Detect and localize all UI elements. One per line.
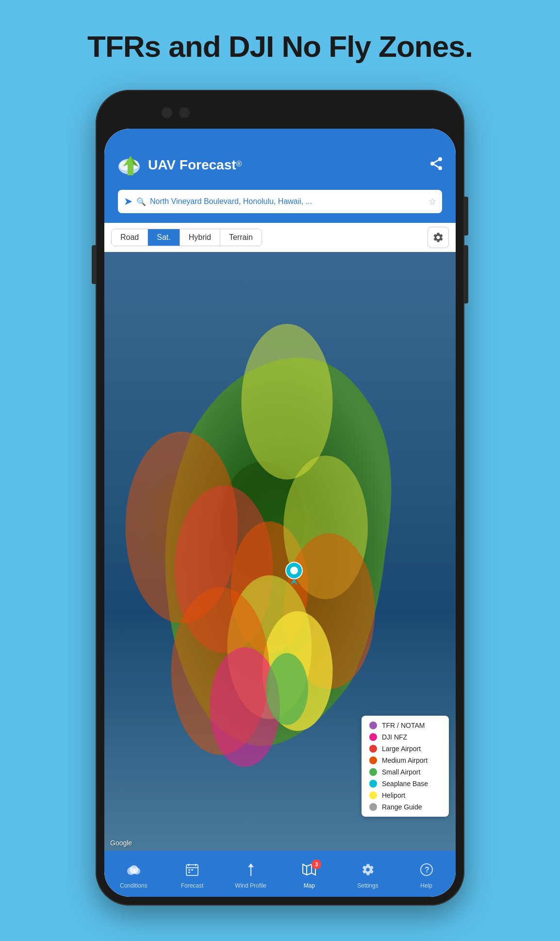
location-arrow-icon: ➤ (124, 195, 132, 208)
phone-screen: UAV Forecast® (104, 129, 456, 897)
nav-item-forecast[interactable]: Forecast (163, 858, 222, 889)
svg-marker-36 (248, 863, 254, 867)
help-label: Help (420, 882, 432, 889)
legend-box: TFR / NOTAM DJI NFZ Large Airport M (362, 716, 449, 817)
search-input[interactable]: North Vineyard Boulevard, Honolulu, Hawa… (150, 197, 425, 206)
tfr-dot (369, 722, 377, 729)
wind-profile-label: Wind Profile (235, 882, 266, 889)
conditions-icon (126, 862, 141, 880)
map-pin (285, 562, 303, 587)
app-content: UAV Forecast® (104, 129, 456, 897)
map-type-hybrid[interactable]: Hybrid (180, 229, 220, 246)
svg-point-6 (430, 162, 434, 166)
volume-left-button (92, 245, 97, 284)
favorite-star-icon[interactable]: ☆ (428, 196, 436, 207)
svg-point-5 (438, 157, 442, 161)
legend-item-range-guide: Range Guide (369, 803, 441, 811)
map-label: Map (304, 882, 315, 889)
legend-label-small-airport: Small Airport (382, 768, 420, 776)
map-type-sat[interactable]: Sat. (148, 229, 180, 246)
svg-point-27 (133, 868, 140, 874)
legend-item-seaplane: Seaplane Base (369, 780, 441, 788)
settings-label: Settings (357, 882, 378, 889)
heliport-dot (369, 791, 377, 799)
svg-rect-32 (188, 869, 190, 871)
map-settings-button[interactable] (428, 227, 449, 248)
legend-item-small-airport: Small Airport (369, 768, 441, 776)
share-button[interactable] (428, 156, 444, 175)
svg-rect-33 (191, 869, 193, 871)
legend-label-tfr: TFR / NOTAM (382, 722, 425, 729)
forecast-label: Forecast (181, 882, 204, 889)
nav-item-settings[interactable]: Settings (339, 858, 397, 889)
nav-item-conditions[interactable]: Conditions (104, 858, 163, 889)
camera-right (179, 107, 190, 118)
legend-label-seaplane: Seaplane Base (382, 780, 428, 788)
svg-line-8 (434, 165, 438, 167)
legend-item-large-airport: Large Airport (369, 745, 441, 753)
seaplane-dot (369, 780, 377, 788)
legend-label-medium-airport: Medium Airport (382, 756, 428, 764)
power-button (463, 197, 468, 235)
search-bar[interactable]: ➤ 🔍 North Vineyard Boulevard, Honolulu, … (118, 190, 442, 213)
range-guide-dot (369, 803, 377, 811)
nav-item-wind-profile[interactable]: Wind Profile (221, 858, 280, 889)
app-logo (116, 152, 142, 178)
svg-point-12 (241, 324, 332, 480)
legend-item-dji: DJI NFZ (369, 733, 441, 741)
legend-label-range-guide: Range Guide (382, 803, 422, 811)
legend-label-dji: DJI NFZ (382, 733, 407, 741)
svg-text:?: ? (425, 866, 429, 874)
map-type-terrain[interactable]: Terrain (220, 229, 262, 246)
legend-label-heliport: Heliport (382, 791, 405, 799)
legend-label-large-airport: Large Airport (382, 745, 421, 753)
legend-item-heliport: Heliport (369, 791, 441, 799)
settings-icon (361, 862, 375, 880)
app-logo-area: UAV Forecast® (116, 152, 242, 178)
map-area[interactable]: TFR / NOTAM DJI NFZ Large Airport M (104, 252, 456, 851)
app-title: UAV Forecast® (148, 157, 242, 173)
dji-dot (369, 733, 377, 741)
svg-point-7 (438, 166, 442, 170)
phone-frame: UAV Forecast® (96, 90, 464, 906)
large-airport-dot (369, 745, 377, 753)
google-watermark: Google (110, 839, 132, 847)
phone-speaker (231, 103, 329, 116)
camera-left (162, 107, 172, 118)
svg-point-24 (290, 567, 298, 574)
map-badge: 3 (312, 859, 321, 869)
bottom-nav: Conditions (104, 851, 456, 897)
svg-line-9 (434, 160, 438, 162)
nav-item-help[interactable]: ? Help (397, 858, 456, 889)
small-airport-dot (369, 768, 377, 776)
page-title: TFRs and DJI No Fly Zones. (0, 29, 560, 64)
forecast-icon (185, 862, 199, 880)
map-type-row: Road Sat. Hybrid Terrain (104, 223, 456, 252)
legend-item-medium-airport: Medium Airport (369, 756, 441, 764)
app-header: UAV Forecast® (104, 129, 456, 185)
volume-button (463, 245, 468, 303)
help-icon: ? (419, 862, 434, 880)
medium-airport-dot (369, 756, 377, 764)
conditions-label: Conditions (120, 882, 148, 889)
svg-point-22 (266, 653, 308, 725)
map-icon: 3 (302, 862, 316, 880)
map-type-buttons: Road Sat. Hybrid Terrain (111, 229, 262, 246)
svg-rect-34 (188, 872, 190, 873)
map-type-road[interactable]: Road (112, 229, 148, 246)
search-icon: 🔍 (136, 197, 146, 206)
wind-profile-icon (244, 862, 258, 880)
legend-item-tfr: TFR / NOTAM (369, 722, 441, 729)
nav-item-map[interactable]: 3 Map (280, 858, 339, 889)
